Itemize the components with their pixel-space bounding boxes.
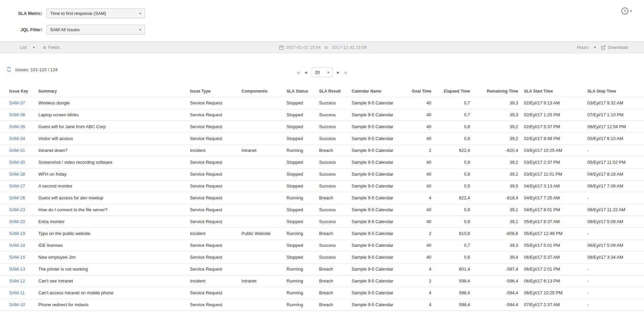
fields-button[interactable]: ≡ Fields: [43, 42, 60, 53]
first-page-button[interactable]: «: [297, 70, 300, 75]
cell-summary: Can't see Intranet: [38, 275, 190, 287]
jql-filter-select[interactable]: SAM All Issues ▾: [46, 25, 145, 35]
issue-key-link[interactable]: SAM-13: [9, 267, 25, 272]
page-size-select[interactable]: 20 ▾: [312, 67, 333, 77]
download-button[interactable]: Download: [601, 42, 628, 53]
column-header-sla-status[interactable]: SLA Status: [287, 86, 319, 97]
cell-status: Stopped: [287, 97, 319, 109]
cell-key: SAM-31: [0, 144, 38, 156]
issue-key-link[interactable]: SAM-19: [9, 231, 25, 236]
column-header-sla-stop-time[interactable]: SLA Stop Time: [587, 86, 644, 97]
cell-result: Breach: [319, 275, 352, 287]
cell-start: 04/Eyl/17 7:25 AM: [519, 192, 587, 204]
column-header-component-s[interactable]: Component/s: [241, 86, 287, 97]
next-page-button[interactable]: ▶: [337, 71, 340, 74]
column-header-remaining-time[interactable]: Remaining Time: [474, 86, 519, 97]
cell-status: Running: [287, 299, 319, 311]
cell-status: Stopped: [287, 251, 319, 263]
cell-stop: -: [587, 299, 644, 311]
cell-calendar: Sample 9-5 Calendar: [352, 287, 404, 299]
column-header-sla-start-time[interactable]: SLA Start Time: [519, 86, 587, 97]
chevron-down-icon: ▾: [33, 46, 35, 49]
cell-start: 04/Eyl/17 8:01 PM: [519, 204, 587, 216]
chevron-down-icon: ▾: [139, 12, 141, 15]
date-range-button[interactable]: 2017-01-01 15:54 to 2017-12-31 23:59: [279, 42, 367, 53]
prev-page-button[interactable]: ◀: [305, 71, 307, 74]
cell-type: Service Request: [190, 299, 241, 311]
issue-key-link[interactable]: SAM-31: [9, 148, 25, 153]
cell-remaining: 39,3: [474, 97, 519, 109]
view-mode-dropdown[interactable]: List ▾: [20, 42, 35, 53]
cell-summary: A second monitor: [38, 180, 190, 192]
jql-filter-value: SAM All Issues: [50, 27, 80, 32]
issue-key-link[interactable]: SAM-10: [9, 302, 25, 307]
table-row: SAM-27A second monitorService RequestSto…: [0, 180, 644, 192]
column-header-calendar-name[interactable]: Calendar Name: [352, 86, 404, 97]
issue-key-link[interactable]: SAM-36: [9, 112, 25, 117]
cell-elapsed: 622,4: [432, 144, 474, 156]
cell-summary: Visitor wifi access: [38, 133, 190, 144]
cell-status: Stopped: [287, 216, 319, 228]
issue-key-link[interactable]: SAM-28: [9, 172, 25, 177]
issue-key-link[interactable]: SAM-11: [9, 290, 25, 295]
cell-key: SAM-30: [0, 156, 38, 168]
cell-goal: 2: [404, 275, 432, 287]
cell-elapsed: 0,9: [432, 216, 474, 228]
cell-result: Breach: [319, 287, 352, 299]
cell-type: Incident: [190, 228, 241, 239]
table-row: SAM-19Typo on the public websiteIncident…: [0, 228, 644, 239]
cell-start: 05/Eyl/17 12:49 PM: [519, 228, 587, 239]
cell-summary: Typo on the public website: [38, 228, 190, 239]
cell-elapsed: 598,4: [432, 299, 474, 311]
issue-key-link[interactable]: SAM-30: [9, 160, 25, 165]
refresh-button[interactable]: [6, 67, 12, 72]
cell-remaining: -594,4: [474, 311, 519, 315]
issue-key-link[interactable]: SAM-18: [9, 243, 25, 248]
issue-key-link[interactable]: SAM-26: [9, 195, 25, 200]
column-header-summary[interactable]: Summary: [38, 86, 190, 97]
column-header-sla-result[interactable]: SLA Result: [319, 86, 352, 97]
cell-result: Breach: [319, 299, 352, 311]
issue-key-link[interactable]: SAM-23: [9, 207, 25, 212]
cell-status: Stopped: [287, 239, 319, 251]
issue-key-link[interactable]: SAM-34: [9, 136, 25, 141]
cell-stop: 06/Eyl/17 11:22 AM: [587, 204, 644, 216]
cell-calendar: Sample 9-5 Calendar: [352, 121, 404, 133]
issue-key-link[interactable]: SAM-12: [9, 278, 25, 283]
unit-label: Hours: [577, 45, 589, 50]
issue-key-link[interactable]: SAM-27: [9, 183, 25, 189]
cell-result: Success: [319, 168, 352, 180]
cell-status: Running: [287, 287, 319, 299]
issue-key-link[interactable]: SAM-20: [9, 219, 25, 224]
issue-key-link[interactable]: SAM-35: [9, 124, 25, 129]
cell-status: Running: [287, 192, 319, 204]
last-page-button[interactable]: »: [344, 70, 347, 75]
cell-type: Service Request: [190, 263, 241, 275]
column-header-goal-time[interactable]: Goal Time: [404, 86, 432, 97]
cell-stop: -: [587, 263, 644, 275]
cell-stop: 06/Eyl/17 7:39 AM: [587, 180, 644, 192]
column-header-issue-key[interactable]: Issue Key: [0, 86, 38, 97]
cell-type: Service Request: [190, 97, 241, 109]
cell-remaining: -596,4: [474, 275, 519, 287]
help-button[interactable]: ? ▾: [621, 7, 632, 15]
table-row: SAM-28WFH on fridayService RequestStoppe…: [0, 168, 644, 180]
cell-summary: [38, 311, 190, 315]
cell-elapsed: 0,8: [432, 133, 474, 144]
cell-key: SAM-15: [0, 251, 38, 263]
table-row: SAM-31Intranet down?IncidentIntranetRunn…: [0, 144, 644, 156]
unit-dropdown[interactable]: Hours ▾: [577, 42, 596, 53]
cell-start: 03/Eyl/17 10:25 AM: [519, 144, 587, 156]
cell-status: Stopped: [287, 121, 319, 133]
sla-metric-select[interactable]: Time to first response (SAM) ▾: [46, 8, 145, 18]
issue-key-link[interactable]: SAM-15: [9, 255, 25, 260]
cell-component: [241, 263, 287, 275]
refresh-icon: [6, 67, 12, 72]
chevron-down-icon: ▾: [327, 71, 329, 74]
issue-key-link[interactable]: SAM-37: [9, 100, 25, 105]
cell-result: Success: [319, 251, 352, 263]
column-header-elapsed-time[interactable]: Elapsed Time: [432, 86, 474, 97]
cell-status: Running: [287, 228, 319, 239]
column-header-issue-type[interactable]: Issue Type: [190, 86, 241, 97]
cell-elapsed: 0,7: [432, 109, 474, 121]
